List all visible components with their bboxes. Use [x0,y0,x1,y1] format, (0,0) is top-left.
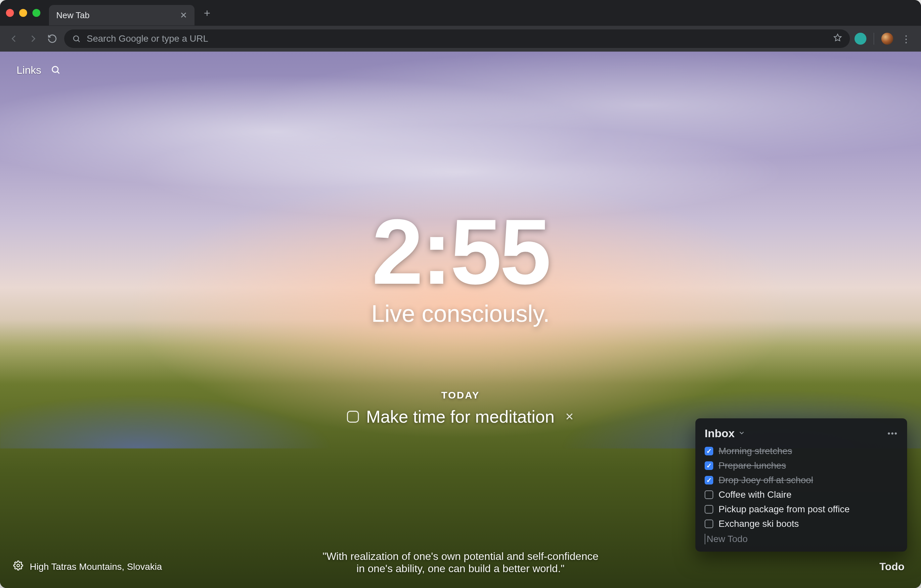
top-left-controls: Links [16,64,60,76]
window-controls [6,9,41,17]
quote-line-2: in one's ability, one can build a better… [322,562,599,575]
close-tab-button[interactable]: ✕ [180,10,187,21]
search-icon [72,34,81,43]
focus-checkbox[interactable] [347,411,359,422]
todo-list-title[interactable]: Inbox [705,427,735,440]
titlebar: New Tab ✕ + [0,0,921,26]
todo-item[interactable]: Coffee with Claire [705,489,898,500]
maximize-window-button[interactable] [33,9,41,17]
new-tab-content: Links 2:55 Live consciously. TODAY Make … [0,52,921,588]
todo-checkbox[interactable] [705,447,713,455]
browser-menu-button[interactable]: ⋮ [898,33,914,45]
svg-point-1 [52,67,58,72]
clock-time[interactable]: 2:55 [371,205,550,298]
photo-location[interactable]: High Tatras Mountains, Slovakia [30,562,162,572]
todo-item[interactable]: Drop Joey off at school [705,475,898,486]
todo-item[interactable]: Morning stretches [705,446,898,456]
todo-list-dropdown[interactable] [738,429,745,438]
omnibox[interactable]: Search Google or type a URL [64,29,850,48]
todo-item[interactable]: Exchange ski boots [705,518,898,529]
chevron-down-icon [738,429,745,437]
todo-item[interactable]: Prepare lunches [705,460,898,471]
links-button[interactable]: Links [16,64,41,76]
settings-button[interactable] [13,560,23,573]
toolbar-divider [874,33,874,45]
todo-item-label: Coffee with Claire [719,489,791,500]
todo-toggle-button[interactable]: Todo [879,560,905,573]
browser-window: New Tab ✕ + Search Google or type a URL … [0,0,921,588]
todo-item[interactable]: Pickup package from post office [705,504,898,515]
todo-checkbox[interactable] [705,505,713,513]
extension-avatar[interactable] [854,33,866,45]
todo-item-label: Pickup package from post office [719,504,849,515]
browser-tab[interactable]: New Tab ✕ [49,5,195,26]
minimize-window-button[interactable] [19,9,27,17]
todo-list: Morning stretchesPrepare lunchesDrop Joe… [705,446,898,529]
todo-checkbox[interactable] [705,520,713,528]
todo-checkbox[interactable] [705,461,713,470]
todo-item-label: Exchange ski boots [719,518,799,529]
todo-checkbox[interactable] [705,476,713,484]
todo-item-label: Morning stretches [719,446,792,456]
todo-panel: Inbox ••• Morning stretchesPrepare lunch… [695,418,907,552]
gear-icon [13,560,23,570]
quote-block[interactable]: "With realization of one's own potential… [322,550,599,575]
bottom-left-controls: High Tatras Mountains, Slovakia [13,560,162,573]
reload-icon [47,34,57,44]
svg-point-0 [73,36,78,41]
back-button[interactable] [7,31,21,46]
profile-avatar[interactable] [881,33,893,45]
todo-checkbox[interactable] [705,491,713,499]
tab-title: New Tab [56,10,89,21]
new-todo-input[interactable]: New Todo [705,534,898,544]
todo-item-label: Prepare lunches [719,460,786,471]
arrow-right-icon [28,34,38,44]
toolbar: Search Google or type a URL ⋮ [0,26,921,52]
star-icon [833,33,842,42]
arrow-left-icon [9,34,19,44]
bookmark-button[interactable] [833,33,842,44]
search-icon [50,65,60,75]
reload-button[interactable] [45,31,60,46]
new-tab-button[interactable]: + [204,7,210,18]
todo-item-label: Drop Joey off at school [719,475,813,486]
close-window-button[interactable] [6,9,14,17]
focus-task[interactable]: Make time for meditation [366,407,555,427]
focus-label: TODAY [347,390,574,401]
todo-header: Inbox ••• [705,427,898,440]
center-block: 2:55 Live consciously. [371,205,550,327]
mantra-text[interactable]: Live consciously. [371,300,550,327]
search-button[interactable] [50,65,60,76]
quote-line-1: "With realization of one's own potential… [322,550,599,562]
focus-row: Make time for meditation ✕ [347,407,574,427]
svg-point-2 [17,564,20,567]
focus-clear-button[interactable]: ✕ [565,410,574,423]
forward-button[interactable] [26,31,41,46]
todo-more-button[interactable]: ••• [888,429,898,438]
focus-block: TODAY Make time for meditation ✕ [347,390,574,427]
omnibox-placeholder: Search Google or type a URL [87,33,208,44]
